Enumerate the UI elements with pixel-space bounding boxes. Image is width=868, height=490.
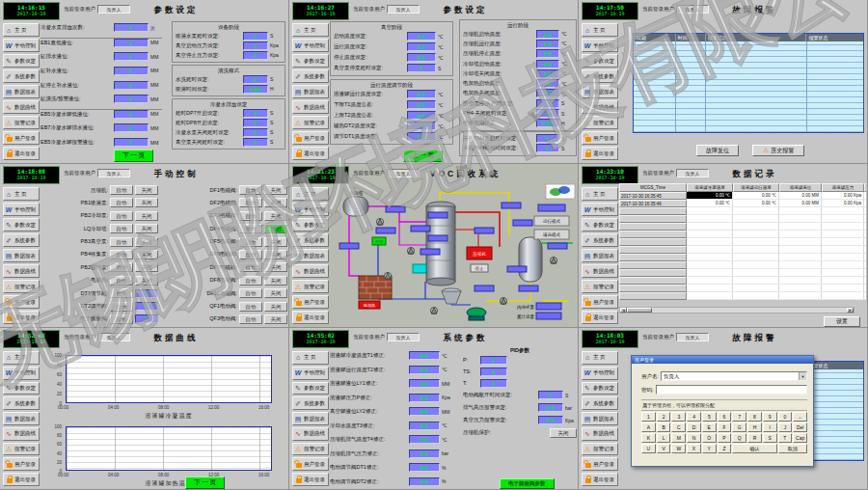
sidebar-item-home[interactable]: ⌂主 页 (3, 23, 40, 37)
sidebar-item-login[interactable]: 用户登录 (582, 457, 618, 471)
sidebar-item-alarm[interactable]: ⚠报警记录 (292, 443, 329, 456)
key-5[interactable]: 5 (702, 412, 717, 422)
key-Q[interactable]: Q (732, 433, 746, 443)
key-9[interactable]: 9 (763, 412, 777, 422)
mode-button[interactable]: 自动 (239, 185, 262, 195)
key-E[interactable]: E (702, 422, 717, 432)
mode-button[interactable]: 自动 (239, 211, 262, 221)
value-box[interactable]: 0 (114, 123, 149, 132)
password-field[interactable] (656, 385, 807, 395)
state-button[interactable]: 关闭 (135, 198, 158, 207)
mode-button[interactable]: 自动 (110, 288, 133, 298)
key-3[interactable]: 3 (671, 412, 686, 422)
sidebar-item-home[interactable]: ⌂主 页 (582, 187, 618, 201)
state-button[interactable]: 关闭 (135, 185, 158, 195)
next-page-button[interactable]: 下 一 页 (114, 150, 153, 162)
sidebar-item-alarm[interactable]: ⚠报警记录 (582, 280, 618, 293)
value-box[interactable]: 0 (243, 41, 268, 50)
key-X[interactable]: X (687, 444, 701, 453)
records-column-header[interactable]: 溶液罐压力 (822, 183, 864, 192)
value-box[interactable]: 0.0 (538, 403, 563, 412)
mode-button[interactable]: 自动 (110, 262, 133, 272)
sidebar-item-alarm[interactable]: ⚠报警记录 (582, 116, 618, 129)
key-8[interactable]: 8 (747, 412, 762, 422)
sidebar-item-logout[interactable]: 退出登录 (3, 473, 40, 486)
sidebar-item-report[interactable]: ▤数据报表 (3, 85, 40, 98)
value-box[interactable]: 0.0 (536, 89, 559, 97)
sidebar-item-logout[interactable]: 退出登录 (582, 473, 618, 486)
scroll-thumb[interactable] (627, 308, 652, 313)
sidebar-item-manual[interactable]: W手动控制 (292, 367, 329, 380)
mode-button[interactable]: 自动 (110, 237, 133, 247)
key-B[interactable]: B (657, 422, 671, 432)
mode-button[interactable]: 自动 (239, 314, 262, 324)
sidebar-item-login[interactable]: 用户登录 (582, 131, 618, 145)
value-box[interactable]: 0.0 (409, 379, 440, 388)
sidebar-item-params[interactable]: ✎参数设定 (292, 54, 329, 68)
sidebar-item-params[interactable]: ✎参数设定 (292, 382, 329, 395)
state-button[interactable]: 关闭 (264, 185, 287, 195)
value-box[interactable]: 0.0 (409, 351, 440, 360)
mode-button[interactable]: 自动 (110, 250, 133, 259)
value-box[interactable]: 0.0 (538, 416, 563, 424)
sidebar-item-params[interactable]: ✎参数设定 (582, 218, 618, 231)
value-box[interactable]: 5 (536, 99, 559, 108)
sidebar-item-login[interactable]: 用户登录 (3, 457, 40, 471)
sidebar-item-logout[interactable]: 退出登录 (292, 147, 329, 160)
sidebar-item-trend[interactable]: ∿数据曲线 (3, 100, 40, 114)
sidebar-item-home[interactable]: ⌂主 页 (582, 351, 618, 365)
key-Cap[interactable]: Cap (793, 433, 807, 443)
key-I[interactable]: I (763, 422, 777, 432)
key-W[interactable]: W (671, 444, 686, 453)
sidebar-item-trend[interactable]: ∿数据曲线 (292, 427, 329, 441)
value-box[interactable]: 0 (243, 119, 268, 127)
sidebar-item-trend[interactable]: ∿数据曲线 (292, 100, 329, 114)
heater[interactable]: 电加热 (359, 276, 392, 309)
sidebar-item-manual[interactable]: W手动控制 (582, 39, 618, 52)
horizontal-scrollbar[interactable]: ◄► (619, 307, 854, 313)
value-box[interactable]: 0 (480, 368, 507, 376)
mode-button[interactable]: 自动 (110, 185, 133, 195)
value-box[interactable]: 0 (114, 110, 149, 119)
value-box[interactable]: 0.0 (409, 477, 440, 486)
value-box[interactable]: 0.0 (536, 69, 559, 78)
sidebar-item-system[interactable]: ✐系统参数 (582, 69, 618, 83)
sidebar-item-trend[interactable]: ∿数据曲线 (3, 427, 40, 441)
sidebar-item-logout[interactable]: 退出登录 (582, 311, 618, 324)
mode-button[interactable]: 自动 (110, 314, 133, 324)
value-box[interactable]: 0 (243, 138, 268, 147)
sidebar-item-trend[interactable]: ∿数据曲线 (292, 264, 329, 278)
sidebar-item-alarm[interactable]: ⚠报警记录 (3, 443, 40, 456)
sidebar-item-login[interactable]: 用户登录 (3, 295, 40, 309)
state-button[interactable]: 关闭 (264, 211, 287, 221)
dropdown-icon[interactable]: ▼ (799, 372, 806, 380)
value-box[interactable]: 0.00 (536, 119, 559, 127)
protect-state-button[interactable]: 关闭 (550, 428, 577, 438)
state-button[interactable]: 关闭 (264, 198, 287, 207)
state-button[interactable]: 关闭 (264, 237, 287, 247)
state-value-box[interactable]: 0 (135, 314, 158, 323)
collection-tank[interactable] (519, 237, 542, 282)
key-1[interactable]: 1 (641, 412, 656, 422)
sidebar-item-home[interactable]: ⌂主 页 (292, 23, 329, 37)
mode-button[interactable]: 自动 (239, 250, 262, 259)
key-O[interactable]: O (702, 433, 717, 443)
sidebar-item-params[interactable]: ✎参数设定 (582, 54, 618, 68)
sidebar-item-logout[interactable]: 退出登录 (3, 311, 40, 324)
sidebar-item-logout[interactable]: 退出登录 (292, 473, 329, 486)
mode-button[interactable]: 自动 (110, 224, 133, 233)
value-box[interactable]: 0 (114, 39, 149, 47)
value-box[interactable]: 0 (536, 134, 559, 143)
mode-run-button[interactable]: 运行模式 (534, 216, 569, 226)
value-box[interactable]: 0.0 (409, 394, 440, 402)
value-box[interactable]: 0.0 (409, 407, 440, 416)
key-S[interactable]: S (763, 433, 777, 443)
value-box[interactable]: 0.0 (409, 435, 440, 444)
key-Z[interactable]: Z (718, 444, 732, 453)
sidebar-item-logout[interactable]: 退出登录 (582, 147, 618, 160)
sidebar-item-params[interactable]: ✎参数设定 (3, 54, 40, 68)
sidebar-item-report[interactable]: ▤数据报表 (582, 249, 618, 262)
sidebar-item-system[interactable]: ✐系统参数 (292, 69, 329, 83)
value-box[interactable]: 0 (243, 51, 268, 60)
value-box[interactable]: 0 (243, 109, 268, 118)
